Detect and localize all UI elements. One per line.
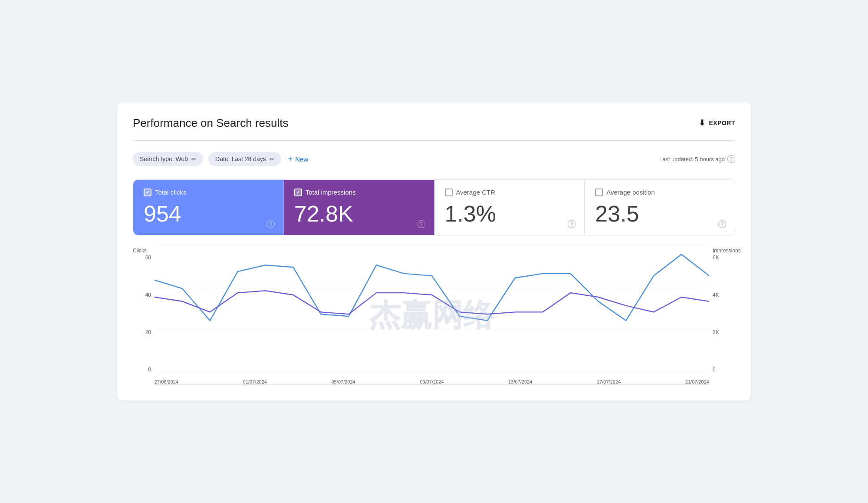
performance-card: Performance on Search results ⬇ EXPORT S… [117, 103, 751, 400]
y-axis-right-title: Impressions [709, 248, 735, 254]
y-label-2k: 2K [709, 329, 735, 335]
last-updated-text: Last updated: 5 hours ago [659, 156, 725, 162]
metric-value-impressions: 72.8K [294, 202, 424, 226]
help-icon-updated[interactable]: ? [727, 155, 735, 163]
metric-card-ctr[interactable]: Average CTR 1.3% ? [434, 180, 585, 235]
x-label-5: 17/07/2024 [597, 379, 621, 384]
metric-header-clicks: ✓ Total clicks [144, 189, 273, 196]
export-button[interactable]: ⬇ EXPORT [699, 118, 735, 128]
date-label: Date: Last 28 days [215, 156, 266, 162]
y-label-6k: 6K [709, 255, 735, 261]
metric-help-position: ? [718, 220, 726, 228]
metric-help-impressions: ? [418, 220, 425, 228]
x-label-2: 05/07/2024 [332, 379, 355, 384]
pencil-icon-date: ✏ [270, 156, 274, 162]
metric-label-position: Average position [606, 189, 654, 196]
y-axis-right: Impressions 6K 4K 2K 0 [709, 246, 735, 385]
x-labels: 27/06/2024 01/07/2024 05/07/2024 09/07/2… [155, 372, 709, 384]
search-type-filter[interactable]: Search type: Web ✏ [133, 152, 203, 166]
search-type-label: Search type: Web [140, 156, 188, 162]
x-label-0: 27/06/2024 [155, 379, 178, 384]
page-title: Performance on Search results [133, 116, 288, 130]
x-label-1: 01/07/2024 [243, 379, 267, 384]
chart-svg [155, 246, 709, 361]
filter-row: Search type: Web ✏ Date: Last 28 days ✏ … [133, 151, 735, 167]
y-axis-left-title: Clicks [133, 248, 155, 254]
header-row: Performance on Search results ⬇ EXPORT [133, 116, 735, 130]
checkbox-clicks[interactable]: ✓ [144, 189, 151, 196]
new-button[interactable]: + New [286, 151, 310, 167]
metric-value-ctr: 1.3% [445, 202, 574, 226]
checkbox-ctr[interactable] [445, 189, 453, 196]
metric-help-clicks: ? [267, 220, 275, 228]
metric-header-position: Average position [595, 189, 724, 196]
y-label-0-left: 0 [133, 367, 155, 373]
checkbox-position[interactable] [595, 189, 603, 196]
impressions-line [155, 255, 709, 321]
metric-label-impressions: Total impressions [306, 189, 356, 196]
help-icon-clicks[interactable]: ? [267, 220, 275, 228]
date-filter[interactable]: Date: Last 28 days ✏ [208, 152, 281, 166]
metric-value-clicks: 954 [144, 202, 273, 226]
y-label-4k: 4K [709, 292, 735, 298]
last-updated: Last updated: 5 hours ago ? [659, 155, 735, 163]
download-icon: ⬇ [699, 118, 706, 128]
y-label-0-right: 0 [709, 367, 735, 373]
metric-header-ctr: Average CTR [445, 189, 574, 196]
x-label-6: 21/07/2024 [685, 379, 709, 384]
x-label-3: 09/07/2024 [420, 379, 444, 384]
help-icon-impressions[interactable]: ? [418, 220, 425, 228]
chart-axes: Clicks 60 40 20 0 杰赢网络 [133, 246, 735, 385]
metric-card-clicks[interactable]: ✓ Total clicks 954 ? [133, 180, 284, 235]
metric-card-impressions[interactable]: ✓ Total impressions 72.8K ? [284, 180, 434, 235]
new-label: New [295, 156, 308, 163]
help-icon-position[interactable]: ? [718, 220, 726, 228]
help-icon-ctr[interactable]: ? [568, 220, 575, 228]
metric-label-ctr: Average CTR [456, 189, 496, 196]
x-label-4: 13/07/2024 [508, 379, 532, 384]
metric-value-position: 23.5 [595, 202, 724, 226]
divider [133, 140, 735, 141]
pencil-icon: ✏ [191, 156, 196, 162]
y-label-60: 60 [133, 255, 155, 261]
y-label-40: 40 [133, 292, 155, 298]
chart-container: Clicks 60 40 20 0 杰赢网络 [133, 246, 735, 385]
metric-card-position[interactable]: Average position 23.5 ? [585, 180, 735, 235]
metrics-row: ✓ Total clicks 954 ? ✓ Total impressions… [133, 179, 735, 235]
metric-help-ctr: ? [568, 220, 575, 228]
y-label-20: 20 [133, 329, 155, 335]
metric-header-impressions: ✓ Total impressions [294, 189, 424, 196]
plus-icon: + [288, 155, 293, 164]
y-axis-left: Clicks 60 40 20 0 [133, 246, 155, 385]
metric-label-clicks: Total clicks [155, 189, 187, 196]
clicks-line [155, 291, 709, 314]
chart-inner: 杰赢网络 27/06/2024 01/07/2024 05/07/2024 09… [155, 246, 709, 385]
checkbox-impressions[interactable]: ✓ [294, 189, 302, 196]
